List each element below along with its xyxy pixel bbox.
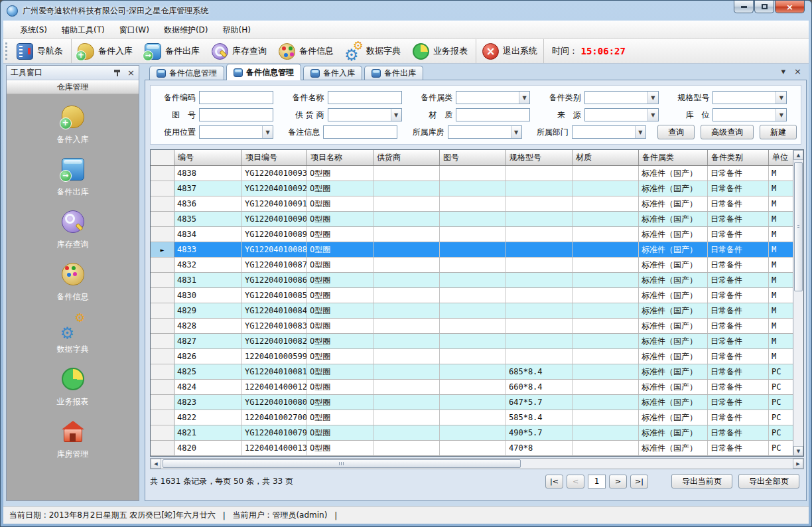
- table-row[interactable]: 4828 YG12204010083 O型圈 标准件（国产） 日常备件: [151, 319, 793, 334]
- column-header[interactable]: 备件属类: [639, 150, 708, 165]
- toolbar-button[interactable]: 业务报表: [407, 39, 474, 63]
- document-tab[interactable]: 备件出库: [364, 66, 423, 80]
- chevron-down-icon[interactable]: ▼: [635, 126, 645, 138]
- field-input[interactable]: [200, 126, 262, 138]
- row-selector-cell[interactable]: [151, 395, 174, 410]
- chevron-down-icon[interactable]: ▼: [776, 92, 786, 104]
- row-selector-cell[interactable]: [151, 196, 174, 211]
- document-tab[interactable]: 备件信息管理: [226, 64, 301, 80]
- tab-close-icon[interactable]: ×: [794, 67, 801, 76]
- scroll-down-icon[interactable]: ▼: [793, 446, 803, 456]
- row-selector-cell[interactable]: [151, 425, 174, 440]
- chevron-down-icon[interactable]: ▼: [647, 109, 658, 121]
- table-row[interactable]: 4823 YG12204010080 O型圈 647*5.7 标准件（国产）: [151, 395, 793, 410]
- next-page-button[interactable]: >: [609, 475, 627, 489]
- search-action-button[interactable]: 查询: [657, 125, 695, 139]
- sidebar-item[interactable]: 备件信息: [57, 263, 89, 303]
- scroll-left-icon[interactable]: ◀: [151, 459, 161, 469]
- row-selector-cell[interactable]: [151, 273, 174, 287]
- close-button[interactable]: ×: [775, 1, 805, 13]
- field-input[interactable]: [328, 92, 401, 104]
- table-row[interactable]: 4831 YG12204010086 O型圈 标准件（国产） 日常备件: [151, 273, 793, 288]
- table-row[interactable]: 4838 YG12204010093 O型圈 标准件（国产） 日常备件: [151, 166, 793, 181]
- toolbar-button[interactable]: 备件信息: [273, 39, 340, 63]
- field-input[interactable]: [324, 126, 397, 138]
- column-header[interactable]: 项目名称: [307, 150, 373, 165]
- column-header[interactable]: 项目编号: [242, 150, 307, 165]
- prev-page-button[interactable]: <: [567, 475, 584, 489]
- row-selector-cell[interactable]: [151, 166, 174, 181]
- table-row[interactable]: 4832 YG12204010087 O型圈 标准件（国产） 日常备件: [151, 258, 793, 273]
- column-header[interactable]: 编号: [174, 150, 242, 165]
- chevron-down-icon[interactable]: ▼: [511, 126, 521, 138]
- document-tab[interactable]: 备件入库: [303, 66, 362, 80]
- column-header[interactable]: 单位: [769, 150, 793, 165]
- horizontal-scrollbar[interactable]: ◀ ▶: [150, 458, 804, 469]
- menu-item[interactable]: 帮助(H): [216, 21, 258, 38]
- scroll-right-icon[interactable]: ▶: [793, 459, 803, 469]
- tab-list-dropdown-icon[interactable]: ▾: [781, 67, 786, 76]
- horizontal-scroll-thumb[interactable]: [163, 459, 521, 468]
- vertical-scroll-thumb[interactable]: [794, 162, 803, 291]
- table-row[interactable]: 4827 YG12204010082 O型圈 标准件（国产） 日常备件: [151, 334, 793, 349]
- table-row[interactable]: 4836 YG12204010091 O型圈 标准件（国产） 日常备件: [151, 196, 793, 212]
- sidebar-item[interactable]: 备件入库: [57, 106, 89, 145]
- toolbar-button[interactable]: 数据字典: [340, 39, 407, 63]
- row-selector-cell[interactable]: [151, 181, 174, 196]
- last-page-button[interactable]: >|: [630, 475, 648, 489]
- field-input[interactable]: [328, 109, 391, 121]
- row-selector-cell[interactable]: [151, 258, 174, 272]
- row-selector-cell[interactable]: [151, 288, 174, 303]
- field-input[interactable]: [456, 92, 519, 104]
- toolbar-button[interactable]: 退出系统: [476, 39, 543, 63]
- toolbar-button[interactable]: 备件出库: [139, 39, 206, 63]
- column-header[interactable]: 供货商: [373, 150, 440, 165]
- table-row[interactable]: 4829 YG12204010084 O型圈 标准件（国产） 日常备件: [151, 303, 793, 319]
- chevron-down-icon[interactable]: ▼: [776, 109, 786, 121]
- row-selector-cell[interactable]: [151, 227, 174, 242]
- sidebar-item[interactable]: 库房管理: [57, 420, 89, 460]
- table-row[interactable]: ► 4833 YG12204010088 O型圈 标准件（国产）: [151, 242, 793, 258]
- field-input[interactable]: [585, 109, 647, 121]
- row-selector-cell[interactable]: [151, 212, 174, 226]
- column-header[interactable]: 备件类别: [708, 150, 769, 165]
- table-row[interactable]: 4825 YG12204010081 O型圈 685*8.4 标准件（国产）: [151, 364, 793, 380]
- panel-close-icon[interactable]: ×: [127, 68, 135, 77]
- sidebar-item[interactable]: 备件出库: [57, 158, 89, 198]
- menu-item[interactable]: 辅助工具(T): [54, 21, 112, 38]
- search-action-button[interactable]: 高级查询: [701, 125, 754, 139]
- field-input[interactable]: [585, 92, 647, 104]
- table-row[interactable]: 4834 YG12204010089 O型圈 标准件（国产） 日常备件: [151, 227, 793, 242]
- field-input[interactable]: [573, 126, 635, 138]
- table-row[interactable]: 4822 1220401002700 O型圈 585*8.4 标准件（国产）: [151, 410, 793, 425]
- export-current-page-button[interactable]: 导出当前页: [671, 474, 732, 489]
- sidebar-item[interactable]: 库存查询: [57, 210, 89, 250]
- field-input[interactable]: [456, 109, 529, 121]
- menu-item[interactable]: 数据维护(D): [157, 21, 216, 38]
- row-selector-cell[interactable]: [151, 410, 174, 425]
- column-header[interactable]: 规格型号: [506, 150, 573, 165]
- maximize-button[interactable]: [754, 1, 774, 13]
- minimize-button[interactable]: [734, 1, 754, 13]
- row-selector-cell[interactable]: [151, 334, 174, 348]
- table-row[interactable]: 4824 1220401400012 O型圈 660*8.4 标准件（国产）: [151, 380, 793, 395]
- table-row[interactable]: 4837 YG12204010092 O型圈 标准件（国产） 日常备件: [151, 181, 793, 196]
- row-selector-cell[interactable]: [151, 380, 174, 394]
- field-input[interactable]: [200, 92, 273, 104]
- vertical-scrollbar[interactable]: ▲ ▼: [793, 150, 803, 456]
- table-row[interactable]: 4830 YG12204010085 O型圈 标准件（国产） 日常备件: [151, 288, 793, 303]
- table-row[interactable]: 4826 1220401000599 O型圈 标准件（国产） 日常备件: [151, 349, 793, 364]
- table-row[interactable]: 4820 1220401400013 O型圈 470*8 标准件（国产）: [151, 441, 793, 456]
- row-selector-cell[interactable]: [151, 349, 174, 364]
- toolbar-grip[interactable]: [5, 42, 11, 60]
- chevron-down-icon[interactable]: ▼: [647, 92, 658, 104]
- toolbar-button[interactable]: 导航条: [11, 39, 69, 63]
- search-action-button[interactable]: 新建: [760, 125, 797, 139]
- field-input[interactable]: [713, 109, 776, 121]
- toolbar-button[interactable]: 备件入库: [71, 39, 139, 63]
- menu-item[interactable]: 窗口(W): [112, 21, 157, 38]
- sidebar-item[interactable]: 业务报表: [57, 368, 89, 408]
- export-all-pages-button[interactable]: 导出全部页: [738, 474, 799, 489]
- chevron-down-icon[interactable]: ▼: [519, 92, 529, 104]
- row-selector-cell[interactable]: [151, 319, 174, 333]
